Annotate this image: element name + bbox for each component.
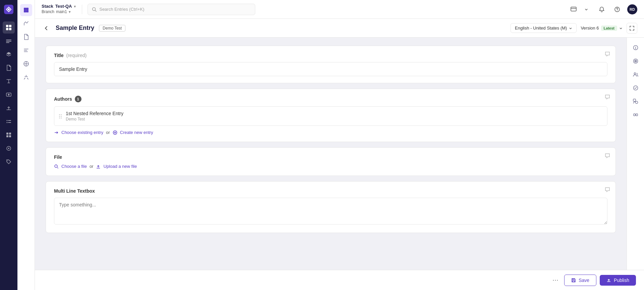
choose-existing-link[interactable]: Choose existing entry xyxy=(61,130,103,135)
sidebar-analytics-icon[interactable] xyxy=(20,17,32,30)
editor-area[interactable]: Title (required) Authors xyxy=(35,38,627,270)
save-view-icon[interactable] xyxy=(568,4,579,15)
ref-entry-card: 1st Nested Reference Entry Demo Test xyxy=(54,106,607,126)
search-placeholder: Search Entries (Ctrl+K) xyxy=(99,7,144,12)
svg-rect-39 xyxy=(634,114,635,116)
language-selector[interactable]: English - United States (M) xyxy=(511,23,577,33)
stack-name[interactable]: Stack Test-QA ▼ xyxy=(42,4,76,9)
svg-point-35 xyxy=(634,73,636,75)
title-comment-icon[interactable] xyxy=(605,51,610,58)
title-input[interactable] xyxy=(54,62,607,76)
svg-point-37 xyxy=(635,101,638,104)
publish-button[interactable]: Publish xyxy=(600,275,636,286)
left-nav-bar xyxy=(0,0,17,290)
main-container: Stack Test-QA ▼ Branch main1 ▼ Search En… xyxy=(35,0,644,290)
rpanel-target-icon[interactable] xyxy=(630,55,642,67)
nav-field-icon[interactable] xyxy=(3,89,15,101)
file-comment-icon[interactable] xyxy=(605,153,610,160)
authors-section: Authors 1 1st Nested Reference Entry Dem… xyxy=(46,89,616,142)
help-icon[interactable] xyxy=(612,4,623,15)
svg-rect-40 xyxy=(636,114,638,116)
nav-file-icon[interactable] xyxy=(3,62,15,74)
latest-badge: Latest xyxy=(601,26,617,31)
nav-entries-icon[interactable] xyxy=(3,21,15,34)
rpanel-users-icon[interactable] xyxy=(630,68,642,81)
svg-point-30 xyxy=(55,165,57,167)
back-button[interactable] xyxy=(42,23,51,33)
svg-point-11 xyxy=(7,120,8,121)
svg-rect-15 xyxy=(6,133,8,135)
version-info: Version 6 Latest xyxy=(581,26,623,31)
svg-rect-18 xyxy=(9,135,11,137)
stack-info: Stack Test-QA ▼ Branch main1 ▼ xyxy=(42,4,76,14)
svg-point-33 xyxy=(635,60,637,62)
rpanel-info-icon[interactable] xyxy=(630,42,642,54)
drag-handle[interactable] xyxy=(59,114,62,118)
sidebar-content-type-icon[interactable] xyxy=(20,31,32,43)
nav-grid-icon[interactable] xyxy=(3,129,15,141)
user-avatar[interactable]: RD xyxy=(627,4,637,14)
svg-rect-12 xyxy=(8,120,11,121)
ref-entry-type: Demo Test xyxy=(66,117,602,122)
svg-rect-21 xyxy=(26,8,29,10)
svg-rect-41 xyxy=(573,281,575,282)
dropdown-icon[interactable] xyxy=(581,4,592,15)
sidebar-entries-icon[interactable] xyxy=(20,4,32,16)
nav-upload-icon[interactable] xyxy=(3,102,15,114)
nav-layers-icon[interactable] xyxy=(3,48,15,60)
create-new-link[interactable]: Create new entry xyxy=(120,130,153,135)
rpanel-radio-icon[interactable] xyxy=(630,82,642,94)
search-bar[interactable]: Search Entries (Ctrl+K) xyxy=(88,4,255,15)
more-options-button[interactable]: ··· xyxy=(550,275,561,286)
nav-divider xyxy=(82,5,82,14)
svg-rect-8 xyxy=(6,42,9,43)
nav-tag-icon[interactable] xyxy=(3,156,15,168)
content-area: Title (required) Authors xyxy=(35,38,644,270)
svg-rect-4 xyxy=(6,28,8,30)
choose-file-link[interactable]: Choose a file xyxy=(61,164,87,169)
multiline-label: Multi Line Textbox xyxy=(54,188,607,194)
rpanel-shapes-icon[interactable] xyxy=(630,95,642,107)
nav-list-icon[interactable] xyxy=(3,115,15,128)
top-nav-right: RD xyxy=(568,4,637,15)
file-links-row: Choose a file or Upload a new file xyxy=(54,164,607,169)
choose-file-icon xyxy=(54,164,59,169)
app-logo[interactable] xyxy=(3,4,14,15)
svg-rect-3 xyxy=(9,25,11,27)
nav-dashboard-icon[interactable] xyxy=(3,35,15,47)
title-label: Title (required) xyxy=(54,53,607,58)
svg-point-10 xyxy=(8,94,10,96)
authors-comment-icon[interactable] xyxy=(605,94,610,101)
multiline-section: Multi Line Textbox xyxy=(46,181,616,233)
multiline-comment-icon[interactable] xyxy=(605,187,610,194)
svg-point-34 xyxy=(635,61,636,61)
sidebar-marketplace-icon[interactable] xyxy=(20,58,32,70)
svg-rect-6 xyxy=(6,40,11,40)
rpanel-link-icon[interactable] xyxy=(630,109,642,121)
authors-links-row: Choose existing entry or Create new entr… xyxy=(54,130,607,135)
footer-bar: ··· Save Publish xyxy=(35,270,644,290)
content-header-right: English - United States (M) Version 6 La… xyxy=(511,23,637,34)
ref-entry-content: 1st Nested Reference Entry Demo Test xyxy=(66,111,602,122)
svg-rect-2 xyxy=(6,25,8,27)
upload-file-link[interactable]: Upload a new file xyxy=(103,164,137,169)
sidebar-richtext-icon[interactable] xyxy=(20,44,32,56)
svg-rect-42 xyxy=(573,279,574,280)
file-section: File Choose a file or Upload a new file xyxy=(46,147,616,176)
svg-point-13 xyxy=(7,122,8,123)
sidebar-webhooks-icon[interactable] xyxy=(20,71,32,83)
content-header: Sample Entry Demo Test English - United … xyxy=(35,19,644,38)
svg-rect-20 xyxy=(24,8,26,10)
expand-button[interactable] xyxy=(627,23,637,34)
branch-name[interactable]: Branch main1 ▼ xyxy=(42,9,76,15)
version-dropdown-icon[interactable] xyxy=(619,27,623,30)
nav-text-icon[interactable] xyxy=(3,75,15,87)
nav-settings-icon[interactable] xyxy=(3,142,15,154)
multiline-input[interactable] xyxy=(54,198,607,225)
save-button[interactable]: Save xyxy=(564,275,596,286)
entry-title: Sample Entry xyxy=(56,25,94,32)
publish-icon xyxy=(606,278,611,283)
svg-point-19 xyxy=(7,160,8,161)
svg-rect-26 xyxy=(571,7,576,11)
notification-icon[interactable] xyxy=(596,4,607,15)
